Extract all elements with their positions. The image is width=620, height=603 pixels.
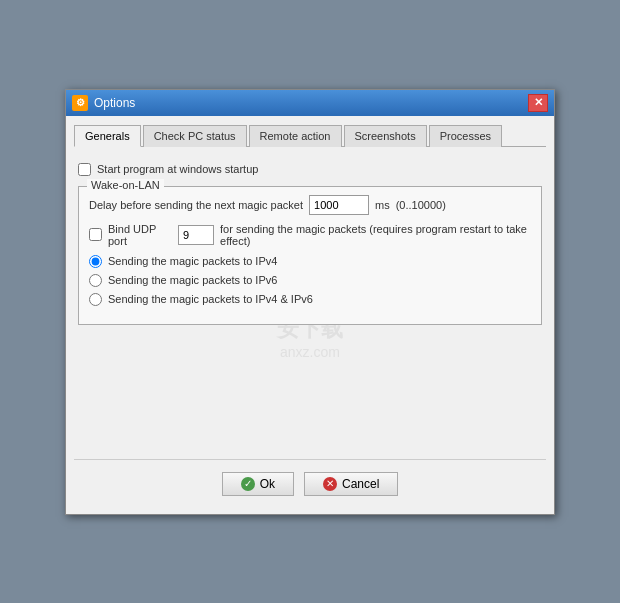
cancel-label: Cancel (342, 477, 379, 491)
startup-label: Start program at windows startup (97, 163, 258, 175)
window-title: Options (94, 96, 135, 110)
radio-ipv6-label: Sending the magic packets to IPv6 (108, 274, 277, 286)
tab-content-generals: 🛡 安下载 anxz.com Start program at windows … (74, 155, 546, 455)
close-button[interactable]: ✕ (528, 94, 548, 112)
wol-group: Wake-on-LAN Delay before sending the nex… (78, 186, 542, 325)
radio-ipv6[interactable] (89, 274, 102, 287)
tab-remote-action[interactable]: Remote action (249, 125, 342, 147)
tab-bar: Generals Check PC status Remote action S… (74, 124, 546, 147)
radio-ipv4-ipv6-row: Sending the magic packets to IPv4 & IPv6 (89, 293, 531, 306)
tab-screenshots[interactable]: Screenshots (344, 125, 427, 147)
radio-ipv4[interactable] (89, 255, 102, 268)
ok-button[interactable]: ✓ Ok (222, 472, 294, 496)
options-window: ⚙ Options ✕ Generals Check PC status Rem… (65, 89, 555, 515)
tab-processes[interactable]: Processes (429, 125, 502, 147)
radio-ipv4-row: Sending the magic packets to IPv4 (89, 255, 531, 268)
wol-group-label: Wake-on-LAN (87, 179, 164, 191)
bind-udp-checkbox[interactable] (89, 228, 102, 241)
startup-row: Start program at windows startup (78, 163, 542, 176)
window-body: Generals Check PC status Remote action S… (66, 116, 554, 514)
bind-udp-label: Bind UDP port (108, 223, 172, 247)
watermark-subtext: anxz.com (277, 344, 343, 360)
title-bar: ⚙ Options ✕ (66, 90, 554, 116)
bind-udp-suffix: for sending the magic packets (requires … (220, 223, 531, 247)
radio-ipv4-ipv6[interactable] (89, 293, 102, 306)
ok-label: Ok (260, 477, 275, 491)
radio-ipv6-row: Sending the magic packets to IPv6 (89, 274, 531, 287)
delay-label: Delay before sending the next magic pack… (89, 199, 303, 211)
delay-input[interactable] (309, 195, 369, 215)
footer: ✓ Ok ✕ Cancel (74, 459, 546, 506)
bind-udp-row: Bind UDP port for sending the magic pack… (89, 223, 531, 247)
delay-unit: ms (375, 199, 390, 211)
tab-check-pc-status[interactable]: Check PC status (143, 125, 247, 147)
ok-icon: ✓ (241, 477, 255, 491)
radio-ipv4-label: Sending the magic packets to IPv4 (108, 255, 277, 267)
tab-generals[interactable]: Generals (74, 125, 141, 147)
cancel-icon: ✕ (323, 477, 337, 491)
radio-ipv4-ipv6-label: Sending the magic packets to IPv4 & IPv6 (108, 293, 313, 305)
title-bar-left: ⚙ Options (72, 95, 135, 111)
app-icon: ⚙ (72, 95, 88, 111)
startup-checkbox[interactable] (78, 163, 91, 176)
delay-range: (0..10000) (396, 199, 446, 211)
cancel-button[interactable]: ✕ Cancel (304, 472, 398, 496)
delay-row: Delay before sending the next magic pack… (89, 195, 531, 215)
bind-udp-input[interactable] (178, 225, 214, 245)
